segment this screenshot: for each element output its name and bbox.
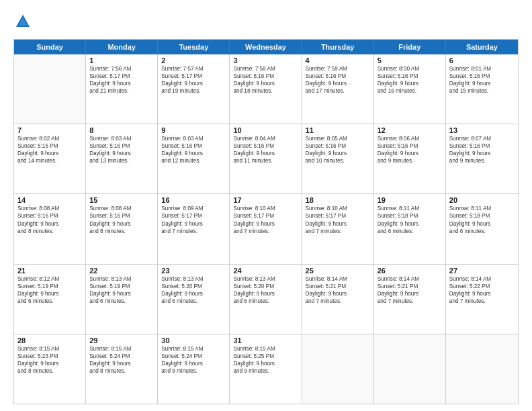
calendar-cell-r3c3: 24Sunrise: 8:13 AMSunset: 5:20 PMDayligh…	[230, 265, 302, 334]
calendar-cell-r0c0	[14, 54, 86, 124]
cell-line: Daylight: 9 hours	[378, 220, 442, 228]
day-number: 3	[233, 56, 298, 64]
cell-line: Sunset: 5:20 PM	[161, 283, 226, 290]
cell-line: Daylight: 9 hours	[449, 80, 515, 87]
cell-line: Sunset: 5:22 PM	[449, 283, 515, 290]
day-number: 12	[378, 126, 442, 134]
day-number: 21	[17, 267, 82, 275]
cell-line: Daylight: 9 hours	[17, 150, 82, 157]
cell-line: and 18 minutes.	[233, 87, 298, 95]
cell-line: Daylight: 9 hours	[89, 150, 154, 157]
day-number: 26	[378, 267, 442, 275]
cell-line: Sunrise: 8:13 AM	[233, 275, 298, 283]
cell-line: and 6 minutes.	[89, 298, 154, 305]
day-number: 13	[449, 126, 515, 134]
cell-line: Sunrise: 7:56 AM	[89, 65, 154, 73]
day-number: 20	[449, 196, 515, 204]
cell-line: Sunset: 5:17 PM	[161, 73, 226, 80]
calendar: SundayMondayTuesdayWednesdayThursdayFrid…	[13, 39, 519, 404]
calendar-row-4: 28Sunrise: 8:15 AMSunset: 5:23 PMDayligh…	[14, 334, 518, 404]
cell-line: and 9 minutes.	[449, 157, 515, 165]
cell-line: Daylight: 9 hours	[17, 290, 82, 298]
cell-line: and 8 minutes.	[17, 367, 82, 375]
cell-line: Daylight: 9 hours	[306, 80, 370, 87]
calendar-cell-r4c2: 30Sunrise: 8:15 AMSunset: 5:24 PMDayligh…	[158, 334, 230, 404]
day-number: 9	[161, 126, 226, 134]
cell-line: Sunrise: 8:15 AM	[17, 345, 82, 353]
calendar-cell-r2c0: 14Sunrise: 8:08 AMSunset: 5:16 PMDayligh…	[14, 194, 86, 263]
cell-line: Sunrise: 8:10 AM	[306, 205, 370, 212]
cell-line: Sunrise: 8:07 AM	[449, 135, 515, 142]
cell-line: and 19 minutes.	[161, 87, 226, 95]
cell-line: Sunrise: 8:08 AM	[89, 205, 154, 212]
cell-line: Sunrise: 8:01 AM	[449, 65, 515, 73]
calendar-row-1: 7Sunrise: 8:02 AMSunset: 5:16 PMDaylight…	[14, 124, 518, 194]
cell-line: Sunrise: 8:13 AM	[161, 275, 226, 283]
cell-line: Sunset: 5:20 PM	[233, 283, 298, 290]
cell-line: Daylight: 9 hours	[378, 80, 442, 87]
cell-line: Daylight: 9 hours	[449, 220, 515, 228]
cell-line: and 8 minutes.	[89, 228, 154, 235]
cell-line: Sunrise: 8:15 AM	[89, 345, 154, 353]
calendar-cell-r3c5: 26Sunrise: 8:14 AMSunset: 5:21 PMDayligh…	[374, 265, 446, 334]
cell-line: and 6 minutes.	[378, 228, 442, 235]
day-number: 22	[89, 267, 154, 275]
cell-line: Sunrise: 8:11 AM	[449, 205, 515, 212]
cell-line: and 9 minutes.	[233, 367, 298, 375]
day-number: 25	[306, 267, 370, 275]
day-number: 2	[161, 56, 226, 64]
cell-line: and 16 minutes.	[378, 87, 442, 95]
day-number: 10	[233, 126, 298, 134]
cell-line: and 17 minutes.	[306, 87, 370, 95]
calendar-cell-r2c2: 16Sunrise: 8:09 AMSunset: 5:17 PMDayligh…	[158, 194, 230, 263]
cell-line: Sunrise: 8:06 AM	[378, 135, 442, 142]
cell-line: Sunrise: 8:02 AM	[17, 135, 82, 142]
calendar-cell-r1c0: 7Sunrise: 8:02 AMSunset: 5:16 PMDaylight…	[14, 124, 86, 193]
cell-line: Sunrise: 8:12 AM	[17, 275, 82, 283]
calendar-cell-r3c6: 27Sunrise: 8:14 AMSunset: 5:22 PMDayligh…	[446, 265, 518, 334]
calendar-row-3: 21Sunrise: 8:12 AMSunset: 5:19 PMDayligh…	[14, 265, 518, 334]
cell-line: Sunrise: 7:59 AM	[306, 65, 370, 73]
cell-line: Daylight: 9 hours	[161, 150, 226, 157]
cell-line: Sunset: 5:16 PM	[378, 142, 442, 150]
calendar-cell-r0c2: 2Sunrise: 7:57 AMSunset: 5:17 PMDaylight…	[158, 54, 230, 124]
calendar-cell-r0c3: 3Sunrise: 7:58 AMSunset: 5:16 PMDaylight…	[230, 54, 302, 124]
cell-line: and 10 minutes.	[306, 157, 370, 165]
cell-line: and 8 minutes.	[17, 228, 82, 235]
day-number: 5	[378, 56, 442, 64]
cell-line: Sunrise: 8:08 AM	[17, 205, 82, 212]
calendar-cell-r0c6: 6Sunrise: 8:01 AMSunset: 5:16 PMDaylight…	[446, 54, 518, 124]
calendar-cell-r4c3: 31Sunrise: 8:15 AMSunset: 5:25 PMDayligh…	[230, 334, 302, 404]
cell-line: Daylight: 9 hours	[233, 220, 298, 228]
cell-line: Sunrise: 8:03 AM	[161, 135, 226, 142]
cell-line: and 7 minutes.	[306, 228, 370, 235]
cell-line: Sunset: 5:23 PM	[17, 353, 82, 360]
header-cell-thursday: Thursday	[302, 40, 374, 54]
cell-line: Daylight: 9 hours	[306, 220, 370, 228]
cell-line: Daylight: 9 hours	[233, 150, 298, 157]
calendar-cell-r2c3: 17Sunrise: 8:10 AMSunset: 5:17 PMDayligh…	[230, 194, 302, 263]
cell-line: and 8 minutes.	[89, 367, 154, 375]
cell-line: Daylight: 9 hours	[233, 360, 298, 367]
calendar-cell-r3c1: 22Sunrise: 8:13 AMSunset: 5:19 PMDayligh…	[86, 265, 158, 334]
cell-line: Sunrise: 8:14 AM	[306, 275, 370, 283]
cell-line: Sunset: 5:16 PM	[89, 212, 154, 220]
cell-line: Sunrise: 8:15 AM	[161, 345, 226, 353]
cell-line: and 6 minutes.	[17, 298, 82, 305]
cell-line: Sunset: 5:16 PM	[306, 73, 370, 80]
cell-line: Sunrise: 7:58 AM	[233, 65, 298, 73]
calendar-cell-r0c4: 4Sunrise: 7:59 AMSunset: 5:16 PMDaylight…	[302, 54, 374, 124]
cell-line: Sunset: 5:17 PM	[306, 212, 370, 220]
calendar-row-2: 14Sunrise: 8:08 AMSunset: 5:16 PMDayligh…	[14, 194, 518, 264]
day-number: 16	[161, 196, 226, 204]
cell-line: and 9 minutes.	[378, 157, 442, 165]
cell-line: and 7 minutes.	[161, 228, 226, 235]
logo-icon	[13, 12, 32, 31]
calendar-cell-r3c0: 21Sunrise: 8:12 AMSunset: 5:19 PMDayligh…	[14, 265, 86, 334]
cell-line: Sunrise: 8:13 AM	[89, 275, 154, 283]
cell-line: Sunrise: 8:03 AM	[89, 135, 154, 142]
cell-line: and 6 minutes.	[233, 298, 298, 305]
calendar-cell-r2c6: 20Sunrise: 8:11 AMSunset: 5:18 PMDayligh…	[446, 194, 518, 263]
cell-line: Sunset: 5:19 PM	[89, 283, 154, 290]
day-number: 29	[89, 336, 154, 345]
